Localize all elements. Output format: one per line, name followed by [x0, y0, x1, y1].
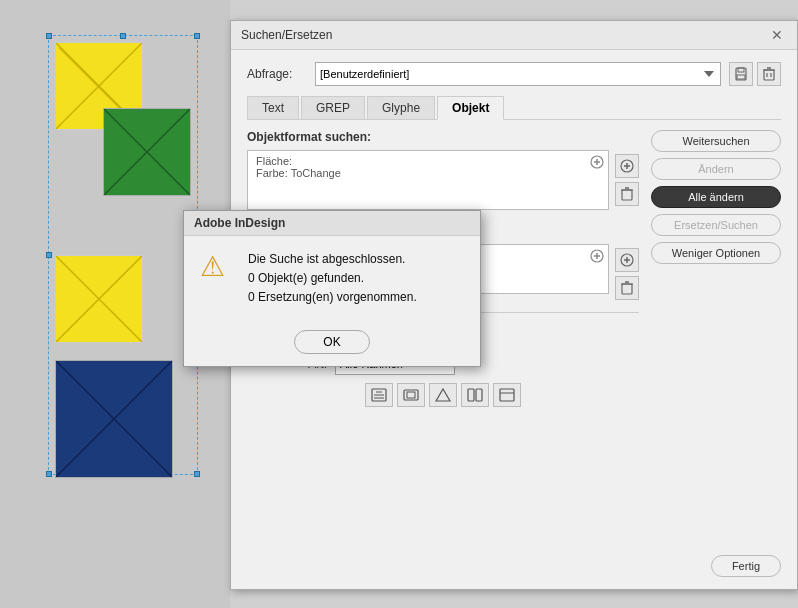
alert-overlay: Adobe InDesign ⚠ Die Suche ist abgeschlo… [0, 0, 798, 608]
alert-text: Die Suche ist abgeschlossen. 0 Objekt(e)… [248, 250, 417, 308]
alert-titlebar: Adobe InDesign [184, 211, 480, 236]
alert-dialog: Adobe InDesign ⚠ Die Suche ist abgeschlo… [183, 210, 481, 367]
alert-line2: 0 Objekt(e) gefunden. [248, 269, 417, 288]
alert-line3: 0 Ersetzung(en) vorgenommen. [248, 288, 417, 307]
alert-footer: OK [184, 322, 480, 366]
alert-line1: Die Suche ist abgeschlossen. [248, 250, 417, 269]
alert-warning-icon: ⚠ [200, 250, 236, 283]
alert-ok-button[interactable]: OK [294, 330, 369, 354]
alert-body: ⚠ Die Suche ist abgeschlossen. 0 Objekt(… [184, 236, 480, 322]
